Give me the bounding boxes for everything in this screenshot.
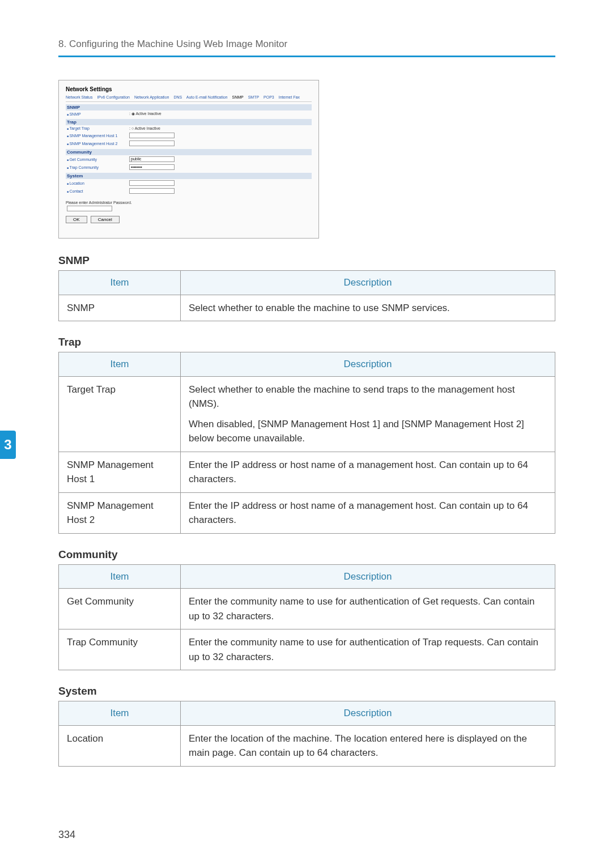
ns-tab: DNS: [173, 95, 182, 99]
table-row: SNMP Management Host 2 Enter the IP addr…: [59, 492, 555, 533]
item-cell: SNMP Management Host 2: [59, 492, 181, 533]
desc-para2: When disabled, [SNMP Management Host 1] …: [189, 417, 547, 446]
ns-input: [129, 133, 175, 138]
ns-radio-text: Active Inactive: [135, 126, 160, 130]
item-cell: Trap Community: [59, 629, 181, 670]
desc-cell: Enter the community name to use for auth…: [181, 589, 555, 629]
col-item: Item: [59, 271, 181, 295]
ns-snmp-head: SNMP: [66, 104, 312, 110]
table-row: SNMP Management Host 1 Enter the IP addr…: [59, 452, 555, 492]
ns-row: Get Community public: [66, 155, 312, 163]
ns-row: Location: [66, 179, 312, 187]
desc-para1: Select whether to enable the machine to …: [189, 384, 515, 410]
ns-input: [129, 188, 175, 194]
trap-heading: Trap: [58, 336, 555, 348]
col-desc: Description: [181, 564, 555, 589]
ns-input: [129, 180, 175, 186]
ns-row: SNMP Management Host 1: [66, 131, 312, 139]
col-desc: Description: [181, 352, 555, 377]
ns-tab: SMTP: [248, 95, 259, 99]
ns-tabs: Network Status IPv6 Configuration Networ…: [66, 94, 312, 102]
ns-row: Contact: [66, 187, 312, 195]
ns-tab: POP3: [264, 95, 274, 99]
table-row: Location Enter the location of the machi…: [59, 725, 555, 766]
ns-radio: : ○ Active Inactive: [129, 126, 160, 130]
item-cell: SNMP: [59, 295, 181, 321]
community-table: Item Description Get Community Enter the…: [58, 564, 555, 671]
snmp-table: Item Description SNMP Select whether to …: [58, 270, 555, 321]
ns-label: SNMP Management Host 2: [67, 142, 129, 146]
desc-cell: Enter the IP address or host name of a m…: [181, 452, 555, 492]
col-item: Item: [59, 701, 181, 726]
ns-label: Target Trap: [67, 126, 129, 130]
ns-label: Location: [67, 181, 129, 185]
item-cell: Location: [59, 725, 181, 766]
ns-row: Target Trap : ○ Active Inactive: [66, 125, 312, 131]
ns-input: ••••••••: [129, 164, 175, 170]
desc-cell: Enter the IP address or host name of a m…: [181, 492, 555, 533]
ns-trap-head: Trap: [66, 119, 312, 125]
ns-system-head: System: [66, 173, 312, 179]
chapter-header: 8. Configuring the Machine Using Web Ima…: [58, 39, 555, 57]
ns-label: Get Community: [67, 158, 129, 161]
desc-cell: Select whether to enable the machine to …: [181, 295, 555, 321]
item-cell: SNMP Management Host 1: [59, 452, 181, 492]
chapter-tab: 3: [0, 431, 16, 459]
ns-community-head: Community: [66, 149, 312, 155]
ns-row: SNMP : ◉ Active Inactive: [66, 110, 312, 117]
trap-table: Item Description Target Trap Select whet…: [58, 352, 555, 534]
col-item: Item: [59, 352, 181, 377]
desc-cell: Enter the community name to use for auth…: [181, 629, 555, 670]
page-content: 8. Configuring the Machine Using Web Ima…: [0, 0, 612, 789]
ns-radio-text: Active Inactive: [135, 112, 161, 116]
col-desc: Description: [181, 271, 555, 295]
ns-tab-active: SNMP: [232, 95, 243, 99]
ns-radio: : ◉ Active Inactive: [129, 112, 162, 116]
ns-tab: IPv6 Configuration: [97, 95, 130, 99]
ns-title: Network Settings: [66, 86, 312, 92]
table-row: Trap Community Enter the community name …: [59, 629, 555, 670]
table-row: Target Trap Select whether to enable the…: [59, 376, 555, 452]
col-item: Item: [59, 564, 181, 589]
page-number: 334: [58, 829, 75, 841]
system-heading: System: [58, 685, 555, 697]
ns-row: Trap Community ••••••••: [66, 163, 312, 171]
item-cell: Get Community: [59, 589, 181, 629]
ns-password-input: [67, 206, 112, 211]
ns-label: Trap Community: [67, 165, 129, 169]
table-row: Get Community Enter the community name t…: [59, 589, 555, 629]
ns-input: public: [129, 156, 175, 162]
community-heading: Community: [58, 548, 555, 561]
snmp-heading: SNMP: [58, 254, 555, 267]
ns-tab: Internet Fax: [279, 95, 300, 99]
ns-tab: Auto E-mail Notification: [186, 95, 228, 99]
system-table: Item Description Location Enter the loca…: [58, 701, 555, 767]
ok-button: OK: [66, 216, 87, 223]
table-row: SNMP Select whether to enable the machin…: [59, 295, 555, 321]
ns-input: [129, 141, 175, 146]
ns-label: SNMP Management Host 1: [67, 134, 129, 138]
desc-cell: Select whether to enable the machine to …: [181, 376, 555, 452]
item-cell: Target Trap: [59, 376, 181, 452]
col-desc: Description: [181, 701, 555, 726]
ns-tab: Network Status: [66, 95, 92, 99]
cancel-button: Cancel: [91, 216, 120, 223]
ns-tab: Network Application: [134, 95, 169, 99]
ns-footer-text: Please enter Administrator Password.: [66, 201, 312, 205]
network-settings-screenshot: Network Settings Network Status IPv6 Con…: [58, 80, 319, 239]
ns-label: Contact: [67, 189, 129, 193]
ns-label: SNMP: [67, 112, 129, 116]
desc-cell: Enter the location of the machine. The l…: [181, 725, 555, 766]
ns-row: SNMP Management Host 2: [66, 139, 312, 147]
